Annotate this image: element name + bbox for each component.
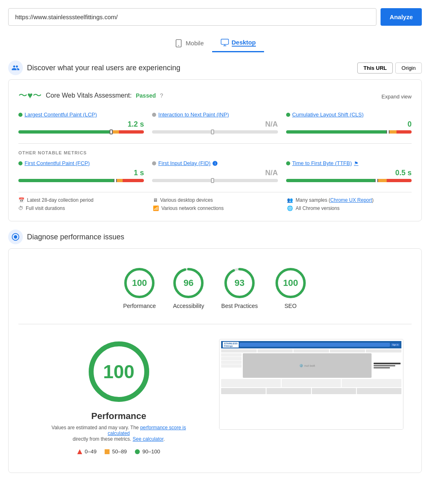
crux-section-header: Discover what your real users are experi… bbox=[8, 60, 422, 75]
cls-label[interactable]: Cumulative Layout Shift (CLS) bbox=[286, 112, 412, 118]
perf-right: STAINLESSFittings Sign In bbox=[219, 339, 403, 455]
separator-1 bbox=[18, 143, 412, 144]
big-score-circle: 100 bbox=[86, 339, 152, 404]
inp-value: N/A bbox=[152, 120, 278, 129]
info-collection: 📅 Latest 28-day collection period bbox=[18, 197, 143, 203]
accessibility-score-value: 96 bbox=[184, 278, 193, 288]
ttfb-label[interactable]: Time to First Byte (TTFB) ⚑ bbox=[286, 160, 412, 166]
legend-red: 0–49 bbox=[77, 448, 96, 455]
other-metrics-label: OTHER NOTABLE METRICS bbox=[18, 150, 412, 155]
url-bar-container: Analyze bbox=[8, 8, 422, 26]
perf-title: Performance bbox=[91, 411, 146, 421]
see-calculator-link[interactable]: See calculator bbox=[132, 436, 163, 442]
info-row: 📅 Latest 28-day collection period ⏱ Full… bbox=[18, 192, 412, 211]
lcp-value: 1.2 s bbox=[18, 120, 144, 129]
ttfb-value: 0.5 s bbox=[286, 169, 412, 177]
users-icon: 👥 bbox=[287, 197, 293, 203]
legend-row: 0–49 50–89 90–100 bbox=[77, 448, 160, 455]
red-triangle-icon bbox=[77, 449, 82, 454]
cls-value: 0 bbox=[286, 120, 412, 129]
diagnose-separator bbox=[18, 324, 412, 324]
seo-score-wrap: 100 SEO bbox=[274, 267, 307, 309]
best-practices-score-value: 93 bbox=[235, 278, 244, 288]
fid-info-icon[interactable]: i bbox=[213, 161, 217, 166]
crux-icon bbox=[8, 60, 23, 75]
ttfb-dot bbox=[286, 161, 290, 165]
info-visit: ⏱ Full visit durations bbox=[18, 205, 143, 211]
legend-orange: 50–89 bbox=[105, 448, 127, 455]
fcp-metric: First Contentful Paint (FCP) 1 s bbox=[18, 160, 144, 184]
analyze-button[interactable]: Analyze bbox=[381, 8, 422, 26]
performance-score-label: Performance bbox=[123, 303, 156, 309]
device-toggle: Mobile Desktop bbox=[8, 34, 422, 52]
origin-button[interactable]: Origin bbox=[395, 62, 422, 74]
performance-score-value: 100 bbox=[132, 278, 147, 288]
chrome-ux-report-link[interactable]: Chrome UX Report bbox=[330, 197, 372, 203]
url-input[interactable] bbox=[8, 8, 376, 26]
cwv-metrics-row: Largest Contentful Paint (LCP) 1.2 s Int… bbox=[18, 112, 412, 135]
desktop-small-icon: 🖥 bbox=[153, 197, 158, 203]
fcp-value: 1 s bbox=[18, 169, 144, 177]
fid-value: N/A bbox=[152, 169, 278, 177]
cwv-header: 〜♥〜 Core Web Vitals Assessment: Passed ? bbox=[18, 89, 163, 102]
perf-left: 100 Performance Values are estimated and… bbox=[27, 339, 211, 455]
cwv-card: 〜♥〜 Core Web Vitals Assessment: Passed ?… bbox=[8, 79, 422, 221]
green-circle-icon bbox=[135, 449, 140, 454]
legend-green: 90–100 bbox=[135, 448, 160, 455]
chrome-icon: 🌐 bbox=[287, 205, 293, 211]
cwv-header-row: 〜♥〜 Core Web Vitals Assessment: Passed ?… bbox=[18, 89, 412, 108]
wifi-icon: 📶 bbox=[153, 205, 159, 211]
ttfb-metric: Time to First Byte (TTFB) ⚑ 0.5 s bbox=[286, 160, 412, 184]
seo-score-label: SEO bbox=[284, 303, 297, 309]
cwv-logo-icon: 〜♥〜 bbox=[18, 89, 42, 102]
diagnose-section-header: Diagnose performance issues bbox=[8, 230, 422, 244]
calendar-icon: 📅 bbox=[18, 197, 25, 203]
info-network: 📶 Various network connections bbox=[153, 205, 278, 211]
fid-label[interactable]: First Input Delay (FID) i bbox=[152, 160, 278, 166]
lcp-label[interactable]: Largest Contentful Paint (LCP) bbox=[18, 112, 144, 118]
accessibility-score-label: Accessibility bbox=[173, 303, 204, 309]
fcp-dot bbox=[18, 161, 22, 165]
accessibility-score-wrap: 96 Accessibility bbox=[172, 267, 205, 309]
timer-icon: ⏱ bbox=[18, 205, 23, 211]
diagnose-title: Diagnose performance issues bbox=[27, 233, 124, 241]
diagnose-icon bbox=[8, 230, 23, 244]
mobile-button[interactable]: Mobile bbox=[166, 35, 212, 52]
big-score-value: 100 bbox=[103, 361, 134, 383]
url-toggle: This URL Origin bbox=[357, 62, 422, 74]
perf-detail: 100 Performance Values are estimated and… bbox=[18, 331, 412, 463]
best-practices-score-label: Best Practices bbox=[221, 303, 258, 309]
orange-square-icon bbox=[105, 449, 110, 454]
inp-dot bbox=[152, 113, 156, 117]
svg-point-6 bbox=[14, 235, 17, 239]
cls-dot bbox=[286, 113, 290, 117]
seo-score-value: 100 bbox=[283, 278, 298, 288]
performance-score-wrap: 100 Performance bbox=[123, 267, 156, 309]
cwv-help-icon[interactable]: ? bbox=[160, 92, 163, 99]
screenshot-preview: STAINLESSFittings Sign In bbox=[219, 339, 403, 430]
cls-metric: Cumulative Layout Shift (CLS) 0 bbox=[286, 112, 412, 135]
scores-row: 100 Performance 96 Accessibility bbox=[18, 259, 412, 317]
diagnose-card: 100 Performance 96 Accessibility bbox=[8, 248, 422, 473]
lcp-metric: Largest Contentful Paint (LCP) 1.2 s bbox=[18, 112, 144, 135]
ttfb-flag-icon: ⚑ bbox=[354, 161, 358, 166]
crux-title: Discover what your real users are experi… bbox=[27, 64, 180, 72]
perf-description: Values are estimated and may vary. The p… bbox=[49, 425, 188, 442]
mobile-icon bbox=[174, 39, 183, 48]
info-devices: 🖥 Various desktop devices bbox=[153, 197, 278, 203]
info-samples: 👥 Many samples (Chrome UX Report) bbox=[287, 197, 412, 203]
other-metrics-row: First Contentful Paint (FCP) 1 s First I… bbox=[18, 160, 412, 184]
best-practices-score-wrap: 93 Best Practices bbox=[221, 267, 258, 309]
inp-metric: Interaction to Next Paint (INP) N/A bbox=[152, 112, 278, 135]
desktop-button[interactable]: Desktop bbox=[212, 34, 264, 52]
fid-metric: First Input Delay (FID) i N/A bbox=[152, 160, 278, 184]
inp-label[interactable]: Interaction to Next Paint (INP) bbox=[152, 112, 278, 118]
this-url-button[interactable]: This URL bbox=[357, 62, 393, 74]
lcp-dot bbox=[18, 113, 22, 117]
expand-view-button[interactable]: Expand view bbox=[381, 94, 412, 100]
fid-dot bbox=[152, 161, 156, 165]
desktop-icon bbox=[220, 38, 229, 47]
fcp-label[interactable]: First Contentful Paint (FCP) bbox=[18, 160, 144, 166]
svg-rect-2 bbox=[221, 39, 228, 45]
screenshot-content: STAINLESSFittings Sign In bbox=[219, 339, 403, 429]
